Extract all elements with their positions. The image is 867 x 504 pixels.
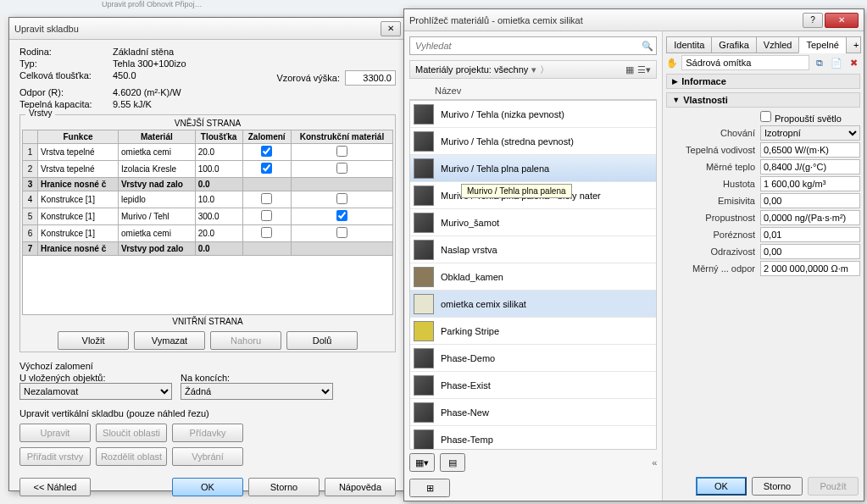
wrap-ends-select[interactable]: Žádná xyxy=(181,383,333,400)
search-icon[interactable]: 🔍 xyxy=(639,41,656,52)
table-row[interactable]: 2Vrstva tepelnéIzolacia Kresle100.0 xyxy=(23,161,393,178)
project-filter-label: Materiály projektu: všechny xyxy=(415,64,528,75)
view-menu-icon[interactable]: ☰▾ xyxy=(637,64,651,75)
struct-checkbox[interactable] xyxy=(336,146,347,157)
asset-name: Sádrová omítka xyxy=(681,55,809,70)
assign-button[interactable]: Přiřadit vrstvy xyxy=(19,447,91,466)
delete-icon[interactable]: ✖ xyxy=(847,58,860,69)
insert-button[interactable]: Vložit xyxy=(58,331,129,350)
refl-label: Odrazivost xyxy=(666,246,760,257)
up-button[interactable]: Nahoru xyxy=(210,331,281,350)
list-item[interactable]: Phase-New xyxy=(410,399,656,426)
open-library-button[interactable]: ⊞ xyxy=(409,479,450,497)
section-info[interactable]: ▶Informace xyxy=(666,74,860,89)
tab-add-button[interactable]: + xyxy=(846,36,861,53)
refl-input[interactable] xyxy=(760,244,860,259)
modify-button[interactable]: Upravit xyxy=(19,424,91,442)
project-filter[interactable]: Materiály projektu: všechny ▾ 〉 ▦ ☰▾ xyxy=(409,60,657,79)
table-row[interactable]: 5Konstrukce [1]Murivo / Tehl300.0 xyxy=(23,208,393,225)
chevron-down-icon[interactable]: ▾ xyxy=(531,64,536,75)
struct-checkbox[interactable] xyxy=(336,193,347,204)
table-row[interactable]: 4Konstrukce [1]lepidlo10.0 xyxy=(23,191,393,208)
help-icon[interactable]: ? xyxy=(803,13,823,28)
list-item[interactable]: Murivo / Tehla (nizka pevnost) xyxy=(410,101,656,128)
layers-group: Vrstvy VNĚJŠÍ STRANA Funkce Materiál Tlo… xyxy=(19,114,396,352)
view-button[interactable]: ▤ xyxy=(440,453,465,472)
perm-input[interactable] xyxy=(760,210,860,225)
list-item[interactable]: Obklad_kamen xyxy=(410,263,656,291)
list-item[interactable]: Murivo / Tehla plna palena - biely nater… xyxy=(410,182,656,209)
col-struct: Konstrukční materiál xyxy=(291,130,392,144)
behavior-select[interactable]: Izotropní xyxy=(760,125,860,141)
tab-thermal[interactable]: Tepelné xyxy=(798,36,847,53)
struct-checkbox[interactable] xyxy=(336,163,347,174)
tab-appearance[interactable]: Vzhled xyxy=(756,36,800,53)
material-list[interactable]: Murivo / Tehla (nizka pevnost)Murivo / T… xyxy=(409,100,657,450)
view-list-icon[interactable]: ▦ xyxy=(625,64,634,75)
close-icon[interactable]: ✕ xyxy=(381,21,401,36)
merge-button[interactable]: Sloučit oblasti xyxy=(96,424,167,442)
sample-height-input[interactable] xyxy=(345,70,396,86)
list-item[interactable]: Phase-Demo xyxy=(410,345,656,372)
tab-graphics[interactable]: Grafika xyxy=(711,36,756,53)
list-item[interactable]: Phase-Temp xyxy=(410,426,656,450)
list-item[interactable]: omietka cemix silikat xyxy=(410,291,656,318)
wrap-checkbox[interactable] xyxy=(261,163,272,174)
cond-input[interactable] xyxy=(760,142,860,158)
ok-button[interactable]: OK xyxy=(172,478,243,496)
cancel-button[interactable]: Storno xyxy=(752,477,803,496)
poro-input[interactable] xyxy=(760,227,860,242)
sweeps-button[interactable]: Přídavky xyxy=(172,424,243,442)
wrap-checkbox[interactable] xyxy=(261,227,272,238)
res-input[interactable] xyxy=(760,261,860,276)
replace-icon[interactable]: ⧉ xyxy=(813,58,826,69)
emis-input[interactable] xyxy=(760,193,860,208)
list-item[interactable]: Naslap vrstva xyxy=(410,236,656,263)
duplicate-icon[interactable]: 📄 xyxy=(830,58,843,69)
sh-input[interactable] xyxy=(760,159,860,174)
search-input[interactable] xyxy=(410,41,639,51)
section-props[interactable]: ▼Vlastnosti xyxy=(666,92,860,108)
hand-icon[interactable]: ✋ xyxy=(666,58,678,69)
wrap-checkbox[interactable] xyxy=(261,193,272,204)
ok-button[interactable]: OK xyxy=(696,477,747,496)
struct-checkbox[interactable] xyxy=(336,227,347,238)
edit-assembly-dialog: Upravit skladbu ✕ Rodina:Základní stěna … xyxy=(8,17,407,491)
dens-label: Hustota xyxy=(666,179,760,189)
list-item[interactable]: Phase-Exist xyxy=(410,372,656,399)
table-row[interactable]: 7Hranice nosné čVrstvy pod zalo0.0 xyxy=(23,242,393,256)
list-item[interactable]: Murivo_šamot xyxy=(410,209,656,236)
table-row[interactable]: 6Konstrukce [1]omietka cemi20.0 xyxy=(23,225,393,242)
dlg2-title: Prohlížeč materiálů - omietka cemix sili… xyxy=(409,15,803,25)
wrap-checkbox[interactable] xyxy=(261,146,272,157)
res-label: Měrný ... odpor xyxy=(666,263,760,274)
layers-table: Funkce Materiál Tloušťka Zalomení Konstr… xyxy=(22,130,393,256)
cancel-button[interactable]: Storno xyxy=(248,478,320,496)
down-button[interactable]: Dolů xyxy=(286,331,358,350)
preview-button[interactable]: << Náhled xyxy=(19,478,91,496)
tab-identity[interactable]: Identita xyxy=(666,36,712,53)
delete-button[interactable]: Vymazat xyxy=(134,331,205,350)
close-icon[interactable]: ✕ xyxy=(825,13,859,28)
material-label: Murivo / Tehla (stredna pevnost) xyxy=(441,136,574,147)
split-button[interactable]: Rozdělit oblast xyxy=(96,447,167,466)
material-swatch xyxy=(414,321,434,341)
struct-checkbox[interactable] xyxy=(336,210,347,221)
dens-input[interactable] xyxy=(760,176,860,191)
reveals-button[interactable]: Vybrání xyxy=(172,447,243,466)
list-item[interactable]: Murivo / Tehla (stredna pevnost) xyxy=(410,128,656,155)
list-item[interactable]: Parking Stripe xyxy=(410,318,656,345)
search-box[interactable]: 🔍 xyxy=(409,36,657,55)
material-label: Murivo / Tehla plna palena xyxy=(441,163,549,174)
col-thick: Tloušťka xyxy=(195,130,242,144)
help-button[interactable]: Nápověda xyxy=(325,478,396,496)
apply-button[interactable]: Použít xyxy=(808,477,859,496)
transmits-checkbox[interactable]: Propouští světlo xyxy=(760,114,842,124)
list-item[interactable]: Murivo / Tehla plna palena xyxy=(410,155,656,182)
wrap-checkbox[interactable] xyxy=(261,210,272,221)
wrap-inserts-select[interactable]: Nezalamovat xyxy=(19,383,172,400)
table-row[interactable]: 3Hranice nosné čVrstvy nad zalo0.0 xyxy=(23,178,393,191)
new-material-button[interactable]: ▦▾ xyxy=(409,453,435,472)
table-row[interactable]: 1Vrstva tepelnéomietka cemi20.0 xyxy=(23,144,393,161)
collapse-icon[interactable]: « xyxy=(652,457,657,468)
